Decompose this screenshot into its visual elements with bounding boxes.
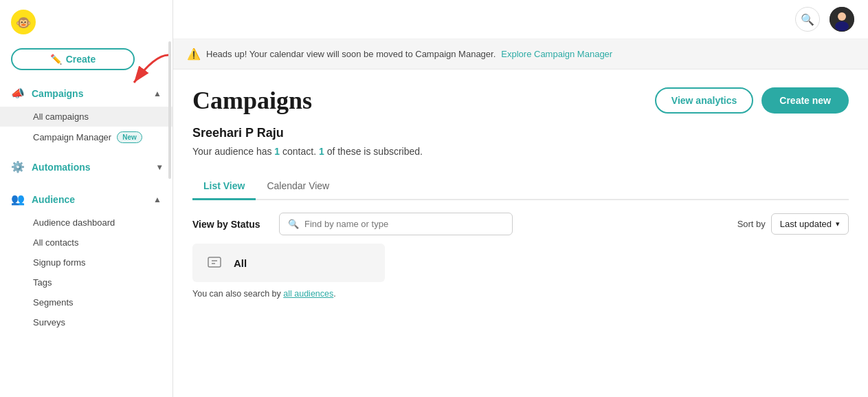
automations-nav-label: Automations <box>32 162 91 173</box>
all-status-row[interactable]: All <box>192 244 385 282</box>
audience-info: Your audience has 1 contact. 1 of these … <box>192 146 849 157</box>
sidebar-item-tags[interactable]: Tags <box>0 272 173 292</box>
nav-automations[interactable]: ⚙️ Automations ▾ <box>0 153 173 180</box>
audience-prefix: Your audience has <box>192 146 274 157</box>
nav-automations-section: ⚙️ Automations ▾ <box>0 151 173 183</box>
campaigns-chevron: ▲ <box>153 89 162 98</box>
view-by-status-label: View by Status <box>192 219 268 230</box>
audience-chevron: ▲ <box>153 195 162 204</box>
sidebar-item-surveys[interactable]: Surveys <box>0 312 173 332</box>
page-title: Campaigns <box>192 86 312 115</box>
all-icon <box>203 252 225 274</box>
search-field[interactable]: 🔍 <box>279 213 513 235</box>
scrollbar[interactable] <box>168 41 171 179</box>
sidebar-header: 🐵 <box>0 0 173 41</box>
audience-nav-label: Audience <box>32 194 75 205</box>
create-button-label: Create <box>66 54 96 65</box>
sidebar-item-all-contacts[interactable]: All contacts <box>0 233 173 253</box>
search-icon: 🔍 <box>801 13 814 26</box>
also-search: You can also search by all audiences. <box>192 289 849 299</box>
audience-middle: contact. <box>280 146 319 157</box>
nav-campaigns[interactable]: 📣 Campaigns ▲ <box>0 80 173 107</box>
create-new-button[interactable]: Create new <box>761 87 849 114</box>
sort-value: Last updated <box>780 219 832 229</box>
announcement-banner: ⚠️ Heads up! Your calendar view will soo… <box>173 39 868 69</box>
page-header: Campaigns View analytics Create new <box>192 86 849 115</box>
sidebar-item-audience-dashboard[interactable]: Audience dashboard <box>0 213 173 233</box>
nav-audience-section: 👥 Audience ▲ Audience dashboard All cont… <box>0 183 173 335</box>
main-content: 🔍 ⚠️ Heads up! Your calendar view will s… <box>173 0 868 397</box>
mailchimp-logo: 🐵 <box>11 10 36 34</box>
banner-text: Heads up! Your calendar view will soon b… <box>206 49 496 59</box>
sort-dropdown[interactable]: Last updated ▾ <box>771 213 849 235</box>
sidebar-item-all-campaigns[interactable]: All campaigns <box>0 107 173 127</box>
svg-point-4 <box>838 12 846 21</box>
view-analytics-button[interactable]: View analytics <box>655 87 753 114</box>
subscribed-count: 1 <box>319 146 324 157</box>
avatar-image <box>830 7 854 32</box>
new-badge: New <box>117 131 142 143</box>
sort-by-label: Sort by <box>737 219 766 229</box>
all-label: All <box>234 257 247 269</box>
contact-count: 1 <box>274 146 280 157</box>
audience-icon: 👥 <box>11 193 25 206</box>
global-search-button[interactable]: 🔍 <box>795 7 820 32</box>
sidebar-item-campaign-manager[interactable]: Campaign Manager New <box>0 127 173 148</box>
search-field-icon: 🔍 <box>288 219 299 229</box>
svg-point-5 <box>835 21 849 31</box>
view-tabs: List View Calendar View <box>192 173 849 200</box>
sidebar-item-signup-forms[interactable]: Signup forms <box>0 253 173 272</box>
automations-icon: ⚙️ <box>11 160 25 173</box>
user-name: Sreehari P Raju <box>192 126 849 140</box>
sort-area: Sort by Last updated ▾ <box>737 213 849 235</box>
pencil-icon: ✏️ <box>50 54 62 65</box>
nav-audience[interactable]: 👥 Audience ▲ <box>0 186 173 213</box>
all-audiences-link[interactable]: all audiences <box>283 289 333 299</box>
automations-chevron: ▾ <box>157 162 162 172</box>
header-actions: View analytics Create new <box>655 87 849 114</box>
nav-campaigns-section: 📣 Campaigns ▲ All campaigns Campaign Man… <box>0 77 173 151</box>
audience-suffix: of these is subscribed. <box>324 146 423 157</box>
banner-link[interactable]: Explore Campaign Manager <box>501 49 612 59</box>
sort-chevron-icon: ▾ <box>836 219 840 228</box>
sidebar-item-segments[interactable]: Segments <box>0 292 173 312</box>
filter-row: View by Status 🔍 Sort by Last updated ▾ <box>192 213 849 235</box>
tab-calendar-view[interactable]: Calendar View <box>256 173 340 200</box>
top-bar: 🔍 <box>173 0 868 39</box>
content-area: Campaigns View analytics Create new Sree… <box>173 69 868 397</box>
search-input[interactable] <box>304 219 504 229</box>
also-search-end: . <box>333 289 335 299</box>
svg-text:🐵: 🐵 <box>16 15 32 30</box>
campaigns-nav-label: Campaigns <box>32 88 83 99</box>
tab-list-view[interactable]: List View <box>192 173 256 200</box>
create-button[interactable]: ✏️ Create <box>11 48 135 70</box>
also-search-text: You can also search by <box>192 289 283 299</box>
user-avatar[interactable] <box>830 7 854 32</box>
campaigns-icon: 📣 <box>11 87 25 100</box>
warning-icon: ⚠️ <box>187 47 201 61</box>
svg-rect-6 <box>208 257 221 267</box>
